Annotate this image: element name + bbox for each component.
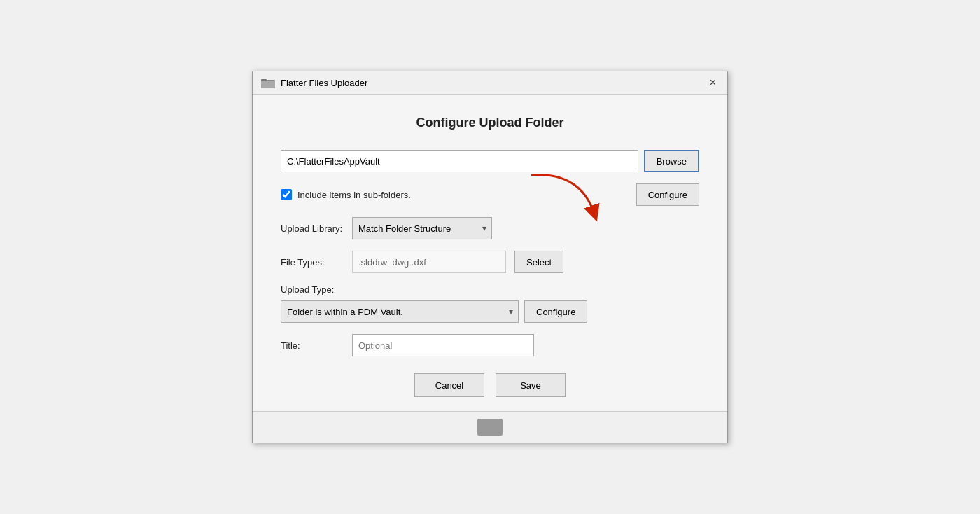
checkbox-group: Include items in sub-folders. bbox=[281, 189, 411, 200]
path-input[interactable] bbox=[281, 150, 638, 172]
title-input[interactable] bbox=[352, 334, 534, 356]
subfolders-label: Include items in sub-folders. bbox=[298, 190, 411, 200]
select-button[interactable]: Select bbox=[514, 251, 564, 273]
upload-type-select-wrapper: Folder is within a PDM Vault. bbox=[281, 300, 519, 323]
file-types-input[interactable] bbox=[352, 251, 506, 273]
dialog-content: Configure Upload Folder Browse Include i… bbox=[253, 95, 727, 411]
dialog-heading: Configure Upload Folder bbox=[281, 116, 699, 130]
upload-library-label: Upload Library: bbox=[281, 223, 344, 234]
file-types-row: File Types: Select bbox=[281, 251, 699, 273]
include-subfolders-checkbox[interactable] bbox=[281, 189, 292, 200]
upload-library-section: Upload Library: Match Folder Structure bbox=[281, 217, 699, 239]
close-button[interactable]: × bbox=[707, 77, 719, 88]
upload-library-select-wrapper: Match Folder Structure bbox=[352, 217, 492, 239]
title-label: Title: bbox=[281, 340, 344, 351]
titlebar-left: Flatter Files Uploader bbox=[261, 77, 368, 88]
dialog-footer bbox=[253, 411, 727, 443]
upload-library-select[interactable]: Match Folder Structure bbox=[352, 217, 492, 239]
title-row: Title: bbox=[281, 334, 699, 356]
upload-type-section: Upload Type: Folder is within a PDM Vaul… bbox=[281, 284, 699, 323]
main-window: Flatter Files Uploader × Configure Uploa… bbox=[252, 71, 728, 443]
path-row: Browse bbox=[281, 150, 699, 172]
titlebar: Flatter Files Uploader × bbox=[253, 71, 727, 95]
cancel-button[interactable]: Cancel bbox=[414, 373, 484, 397]
configure-button-2[interactable]: Configure bbox=[524, 300, 587, 323]
configure-button-1[interactable]: Configure bbox=[636, 183, 699, 206]
upload-type-controls: Folder is within a PDM Vault. Configure bbox=[281, 300, 699, 323]
footer-folder-icon bbox=[477, 419, 503, 436]
svg-rect-2 bbox=[261, 81, 275, 88]
folder-icon bbox=[261, 77, 275, 88]
file-types-label: File Types: bbox=[281, 257, 344, 268]
upload-library-row: Upload Library: Match Folder Structure bbox=[281, 217, 699, 239]
action-buttons: Cancel Save bbox=[281, 373, 699, 397]
window-title: Flatter Files Uploader bbox=[281, 78, 368, 88]
upload-type-label: Upload Type: bbox=[281, 284, 699, 295]
subfolders-row: Include items in sub-folders. Configure bbox=[281, 183, 699, 206]
save-button[interactable]: Save bbox=[496, 373, 566, 397]
browse-button[interactable]: Browse bbox=[644, 150, 699, 172]
upload-type-select[interactable]: Folder is within a PDM Vault. bbox=[281, 300, 519, 323]
